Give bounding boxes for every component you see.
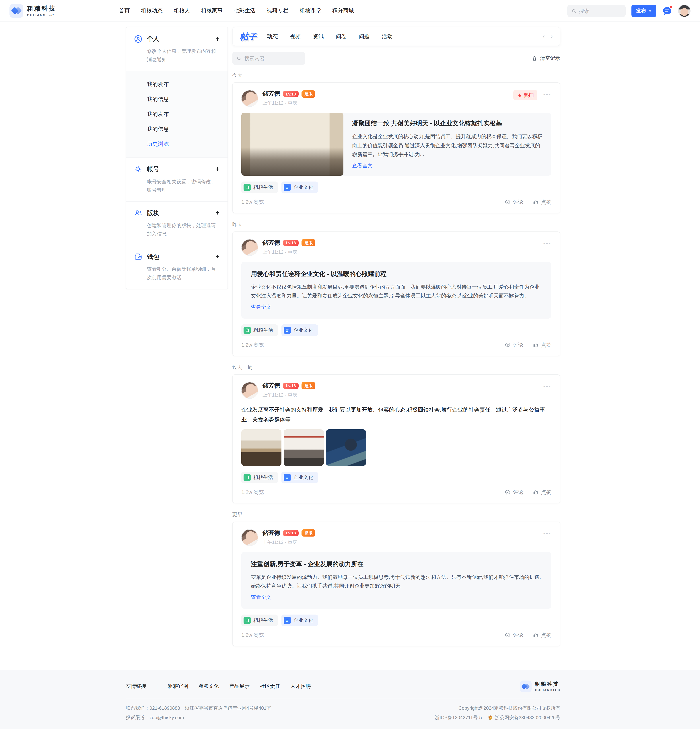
sidebar-item-my-info[interactable]: 我的信息 [126, 92, 228, 107]
tag-topic[interactable]: # 企业文化 [282, 472, 318, 483]
chevron-right-icon[interactable]: › [551, 33, 553, 40]
global-search-input[interactable] [579, 8, 621, 14]
see-full-text-link[interactable]: 查看全文 [352, 163, 373, 169]
like-button[interactable]: 点赞 [533, 632, 551, 638]
post-image-conference-room[interactable] [241, 429, 282, 466]
comment-button[interactable]: 评论 [505, 489, 523, 495]
tag-topic[interactable]: # 企业文化 [282, 324, 318, 336]
post-author-avatar[interactable] [241, 90, 258, 107]
post-image-blue-lounge[interactable] [326, 429, 366, 466]
comment-icon [505, 199, 511, 205]
tag-topic[interactable]: # 企业文化 [282, 614, 318, 626]
see-full-text-link[interactable]: 查看全文 [251, 594, 271, 601]
post-author-avatar[interactable] [241, 382, 258, 399]
nav-item-mall[interactable]: 积分商城 [332, 7, 354, 14]
post-author-avatar[interactable] [241, 529, 258, 546]
view-count: 1.2w 浏览 [241, 489, 264, 495]
section-title-boards[interactable]: 版块 [147, 209, 159, 217]
comment-button[interactable]: 评论 [505, 199, 523, 205]
clear-history-button[interactable]: 清空记录 [532, 55, 561, 62]
post-image-row [241, 429, 551, 466]
post-author-name[interactable]: 储芳德 [263, 382, 280, 389]
global-search[interactable] [567, 4, 626, 17]
footer-link-responsibility[interactable]: 社区责任 [260, 683, 280, 690]
nav-item-family[interactable]: 粗粮家事 [201, 7, 223, 14]
post-author-avatar[interactable] [241, 239, 258, 256]
footer-link-careers[interactable]: 人才招聘 [290, 683, 311, 690]
plus-icon[interactable]: + [215, 209, 219, 217]
post-title[interactable]: 凝聚团结一致 共创美好明天 - 以企业文化铸就扎实根基 [352, 119, 543, 128]
post-title[interactable]: 用爱心和责任诠释企业文化 - 以温暖的心照耀前程 [251, 270, 542, 278]
post-quote-block[interactable]: 注重创新,勇于变革 - 企业发展的动力所在 变革是企业持续发展的源动力。我们鼓励… [241, 552, 551, 608]
comment-button[interactable]: 评论 [505, 632, 523, 638]
tag-board[interactable]: 粗粮生活 [241, 324, 278, 336]
more-options-icon[interactable]: ••• [543, 90, 551, 97]
like-button[interactable]: 点赞 [533, 199, 551, 205]
more-options-icon[interactable]: ••• [543, 239, 551, 246]
board-icon [244, 327, 251, 334]
sidebar-item-my-info-2[interactable]: 我的信息 [126, 122, 228, 137]
nav-item-people[interactable]: 粗粮人 [174, 7, 190, 14]
sidebar-item-my-posts-2[interactable]: 我的发布 [126, 107, 228, 122]
footer-icp-number[interactable]: 浙ICP备12042711号-5 [435, 713, 482, 722]
footer-link-official-site[interactable]: 粗粮官网 [168, 683, 188, 690]
nav-item-news[interactable]: 粗粮动态 [141, 7, 163, 14]
sidebar-item-history[interactable]: 历史浏览 [126, 137, 228, 152]
users-icon [134, 209, 142, 217]
more-options-icon[interactable]: ••• [543, 382, 551, 389]
footer-link-friend-links[interactable]: 友情链接 [126, 683, 146, 690]
chevron-left-icon[interactable]: ‹ [543, 33, 545, 40]
comment-button[interactable]: 评论 [505, 342, 523, 348]
board-logo-posts[interactable]: 帖子 [240, 31, 257, 42]
section-title-account[interactable]: 帐号 [147, 165, 159, 173]
post-author-name[interactable]: 储芳德 [263, 90, 280, 98]
feed-search-input[interactable] [244, 55, 301, 61]
nav-item-class[interactable]: 粗粮课堂 [299, 7, 321, 14]
notification-dot [670, 5, 673, 9]
tab-question[interactable]: 问题 [359, 33, 370, 40]
post-author-name[interactable]: 储芳德 [263, 529, 280, 537]
tab-survey[interactable]: 问卷 [336, 33, 347, 40]
tab-dynamic[interactable]: 动态 [267, 33, 278, 40]
tag-board[interactable]: 粗粮生活 [241, 472, 278, 483]
user-avatar[interactable] [678, 4, 691, 17]
tag-topic[interactable]: # 企业文化 [282, 182, 318, 193]
section-title-wallet[interactable]: 钱包 [147, 253, 159, 261]
post-thumbnail-conference-room[interactable] [241, 113, 343, 176]
nav-item-life[interactable]: 七彩生活 [234, 7, 256, 14]
tag-board[interactable]: 粗粮生活 [241, 614, 278, 626]
brand-logo[interactable]: 粗粮科技 CULIANGTEC [9, 4, 119, 18]
like-label: 点赞 [541, 342, 551, 348]
tab-activity[interactable]: 活动 [382, 33, 393, 40]
flame-icon [517, 93, 522, 98]
post-meta: 上午11:12 · 重庆 [263, 392, 315, 398]
brand-mark-icon [520, 681, 532, 692]
plus-icon[interactable]: + [215, 253, 219, 261]
tag-board[interactable]: 粗粮生活 [241, 182, 278, 193]
footer-link-products[interactable]: 产品展示 [229, 683, 250, 690]
plus-icon[interactable]: + [215, 165, 219, 173]
footer-police-number[interactable]: 浙公网安备33048302000426号 [495, 713, 561, 722]
publish-button[interactable]: 发布 [632, 4, 656, 17]
messages-button[interactable] [662, 6, 672, 16]
group-label-earlier: 更早 [232, 511, 561, 518]
more-options-icon[interactable]: ••• [543, 529, 551, 536]
feed-search-box[interactable] [232, 52, 305, 65]
like-button[interactable]: 点赞 [533, 342, 551, 348]
footer-link-culture[interactable]: 粗粮文化 [199, 683, 219, 690]
plus-icon[interactable]: + [215, 35, 219, 43]
section-title-personal[interactable]: 个人 [147, 35, 159, 43]
nav-item-home[interactable]: 首页 [119, 7, 130, 14]
tab-news[interactable]: 资讯 [313, 33, 324, 40]
post-image-open-office[interactable] [284, 429, 324, 466]
tab-video[interactable]: 视频 [290, 33, 301, 40]
nav-item-video[interactable]: 视频专栏 [267, 7, 288, 14]
post-title[interactable]: 注重创新,勇于变革 - 企业发展的动力所在 [251, 560, 542, 568]
post-author-name[interactable]: 储芳德 [263, 239, 280, 247]
see-full-text-link[interactable]: 查看全文 [251, 304, 271, 310]
like-button[interactable]: 点赞 [533, 489, 551, 495]
like-label: 点赞 [541, 489, 551, 495]
sidebar-item-my-posts[interactable]: 我的发布 [126, 77, 228, 92]
post-quote-block[interactable]: 用爱心和责任诠释企业文化 - 以温暖的心照耀前程 企业文化不仅仅包括规章制度和发… [241, 261, 551, 318]
post-quote-block[interactable]: 凝聚团结一致 共创美好明天 - 以企业文化铸就扎实根基 企业文化是企业发展的核心… [241, 113, 551, 176]
